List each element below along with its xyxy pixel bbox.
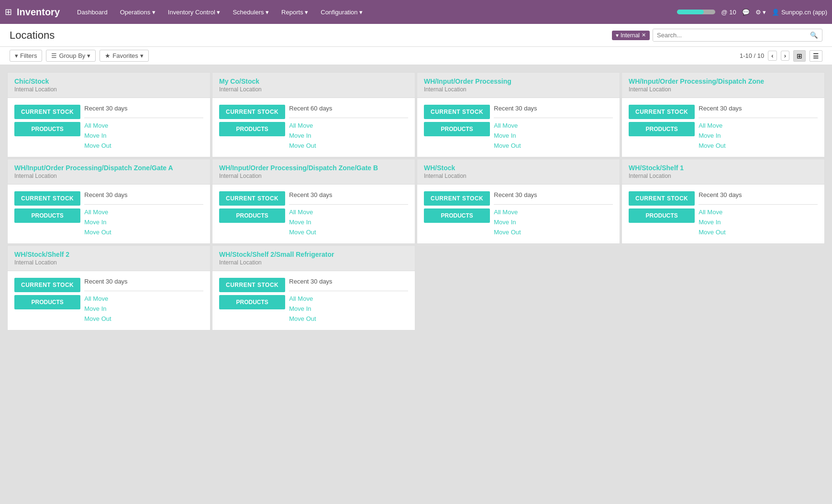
recent-label-8: Recent 30 days (699, 191, 818, 198)
nav-dashboard[interactable]: Dashboard (72, 9, 112, 16)
search-input[interactable] (653, 29, 806, 41)
toolbar-left: ▾ Filters ☰ Group By ▾ ★ Favorites ▾ (10, 50, 149, 62)
move-in-link-6[interactable]: Move In (289, 218, 408, 227)
app-grid-icon[interactable]: ⊞ (5, 7, 12, 17)
products-btn-5[interactable]: PRODUCTS (14, 208, 80, 223)
all-move-link-3[interactable]: All Move (494, 121, 613, 130)
group-by-icon: ☰ (51, 52, 57, 59)
move-in-link-1[interactable]: Move In (84, 131, 203, 140)
recent-label-3: Recent 30 days (494, 105, 613, 112)
notification-count[interactable]: @ 10 (721, 9, 736, 16)
products-btn-6[interactable]: PRODUCTS (219, 208, 285, 223)
card-title-1[interactable]: Chic/Stock (14, 77, 203, 85)
products-btn-10[interactable]: PRODUCTS (219, 295, 285, 309)
current-stock-btn-7[interactable]: CURRENT STOCK (424, 191, 490, 206)
all-move-link-6[interactable]: All Move (289, 208, 408, 217)
next-page-button[interactable]: › (781, 51, 789, 61)
current-stock-btn-8[interactable]: CURRENT STOCK (629, 191, 695, 206)
recent-label-4: Recent 30 days (699, 105, 818, 112)
products-btn-4[interactable]: PRODUCTS (629, 122, 695, 136)
list-view-button[interactable]: ☰ (810, 50, 822, 62)
card-title-8[interactable]: WH/Stock/Shelf 1 (629, 164, 818, 172)
nav-inventory-control[interactable]: Inventory Control ▾ (163, 9, 225, 16)
tools-icon[interactable]: ⚙ ▾ (755, 9, 766, 16)
current-stock-btn-1[interactable]: CURRENT STOCK (14, 105, 80, 119)
move-out-link-9[interactable]: Move Out (84, 314, 203, 323)
recent-label-5: Recent 30 days (84, 191, 203, 198)
nav-schedulers[interactable]: Schedulers ▾ (228, 9, 274, 16)
current-stock-btn-3[interactable]: CURRENT STOCK (424, 105, 490, 119)
current-stock-btn-10[interactable]: CURRENT STOCK (219, 278, 285, 292)
card-title-9[interactable]: WH/Stock/Shelf 2 (14, 251, 203, 258)
current-stock-btn-2[interactable]: CURRENT STOCK (219, 105, 285, 119)
search-button[interactable]: 🔍 (806, 29, 822, 41)
products-btn-2[interactable]: PRODUCTS (219, 122, 285, 136)
empty-cell-1 (417, 245, 620, 330)
filter-remove-button[interactable]: ✕ (642, 32, 646, 38)
nav-operations[interactable]: Operations ▾ (115, 9, 160, 16)
move-out-link-7[interactable]: Move Out (494, 228, 613, 237)
move-out-link-4[interactable]: Move Out (699, 141, 818, 150)
products-btn-7[interactable]: PRODUCTS (424, 208, 490, 223)
move-in-link-4[interactable]: Move In (699, 131, 818, 140)
card-title-6[interactable]: WH/Input/Order Processing/Dispatch Zone/… (219, 164, 408, 172)
card-header-6: WH/Input/Order Processing/Dispatch Zone/… (212, 159, 415, 185)
products-btn-3[interactable]: PRODUCTS (424, 122, 490, 136)
location-card-5: WH/Input/Order Processing/Dispatch Zone/… (7, 159, 211, 244)
move-in-link-9[interactable]: Move In (84, 304, 203, 313)
card-header-2: My Co/Stock Internal Location (212, 73, 415, 98)
move-in-link-2[interactable]: Move In (289, 131, 408, 140)
current-stock-btn-5[interactable]: CURRENT STOCK (14, 191, 80, 206)
nav-configuration[interactable]: Configuration ▾ (316, 9, 367, 16)
move-out-link-8[interactable]: Move Out (699, 228, 818, 237)
current-stock-btn-6[interactable]: CURRENT STOCK (219, 191, 285, 206)
chevron-down-icon: ▾ (140, 52, 144, 59)
products-btn-1[interactable]: PRODUCTS (14, 122, 80, 136)
all-move-link-10[interactable]: All Move (289, 294, 408, 303)
all-move-link-5[interactable]: All Move (84, 208, 203, 217)
filter-tag-internal[interactable]: ▾ Internal ✕ (612, 31, 650, 40)
nav-reports[interactable]: Reports ▾ (277, 9, 313, 16)
all-move-link-1[interactable]: All Move (84, 121, 203, 130)
location-card-2: My Co/Stock Internal Location CURRENT ST… (212, 72, 415, 157)
group-by-button[interactable]: ☰ Group By ▾ (46, 50, 96, 62)
move-in-link-8[interactable]: Move In (699, 218, 818, 227)
move-out-link-1[interactable]: Move Out (84, 141, 203, 150)
move-out-link-6[interactable]: Move Out (289, 228, 408, 237)
move-out-link-5[interactable]: Move Out (84, 228, 203, 237)
card-title-10[interactable]: WH/Stock/Shelf 2/Small Refrigerator (219, 251, 408, 258)
filters-button[interactable]: ▾ Filters (10, 50, 42, 62)
card-header-7: WH/Stock Internal Location (417, 159, 620, 185)
current-stock-btn-9[interactable]: CURRENT STOCK (14, 278, 80, 292)
all-move-link-2[interactable]: All Move (289, 121, 408, 130)
move-out-link-10[interactable]: Move Out (289, 314, 408, 323)
products-btn-8[interactable]: PRODUCTS (629, 208, 695, 223)
all-move-link-9[interactable]: All Move (84, 294, 203, 303)
all-move-link-4[interactable]: All Move (699, 121, 818, 130)
card-title-5[interactable]: WH/Input/Order Processing/Dispatch Zone/… (14, 164, 203, 172)
progress-fill (677, 10, 704, 14)
user-account[interactable]: 👤 Sunpop.cn (app) (772, 9, 827, 16)
kanban-view-button[interactable]: ⊞ (793, 50, 806, 62)
move-in-link-10[interactable]: Move In (289, 304, 408, 313)
current-stock-btn-4[interactable]: CURRENT STOCK (629, 105, 695, 119)
card-header-8: WH/Stock/Shelf 1 Internal Location (622, 159, 824, 185)
card-title-7[interactable]: WH/Stock (424, 164, 613, 172)
prev-page-button[interactable]: ‹ (768, 51, 777, 61)
favorites-button[interactable]: ★ Favorites ▾ (100, 50, 148, 62)
all-move-link-8[interactable]: All Move (699, 208, 818, 217)
move-in-link-7[interactable]: Move In (494, 218, 613, 227)
card-title-2[interactable]: My Co/Stock (219, 77, 408, 85)
card-title-3[interactable]: WH/Input/Order Processing (424, 77, 613, 85)
move-out-link-3[interactable]: Move Out (494, 141, 613, 150)
move-in-link-3[interactable]: Move In (494, 131, 613, 140)
card-subtitle-3: Internal Location (424, 86, 613, 93)
card-header-4: WH/Input/Order Processing/Dispatch Zone … (622, 73, 824, 98)
move-out-link-2[interactable]: Move Out (289, 141, 408, 150)
chat-icon[interactable]: 💬 (742, 9, 750, 16)
all-move-link-7[interactable]: All Move (494, 208, 613, 217)
card-header-1: Chic/Stock Internal Location (8, 73, 210, 98)
products-btn-9[interactable]: PRODUCTS (14, 295, 80, 309)
move-in-link-5[interactable]: Move In (84, 218, 203, 227)
card-title-4[interactable]: WH/Input/Order Processing/Dispatch Zone (629, 77, 818, 85)
